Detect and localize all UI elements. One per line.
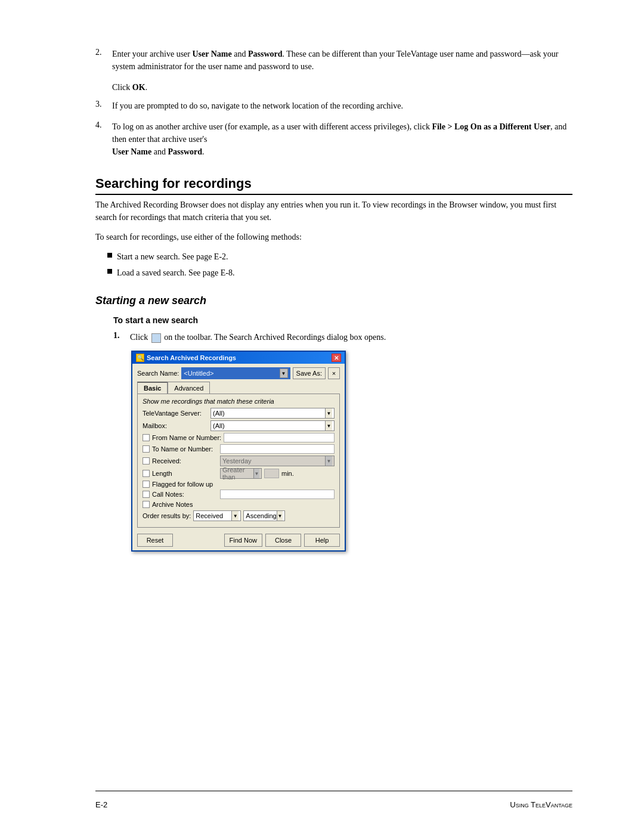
step-2-content: Enter your archive user User Name and Pa… <box>112 48 572 73</box>
bullet-text-2: Load a saved search. See page E-8. <box>117 267 234 279</box>
step-2-number: 2. <box>95 48 107 73</box>
step-4-and: and <box>151 147 168 156</box>
order-direction-arrow[interactable]: ▼ <box>277 511 283 521</box>
from-name-checkbox[interactable] <box>143 434 150 441</box>
flagged-row: Flagged for follow up <box>143 481 335 488</box>
toolbar-search-icon <box>151 333 161 343</box>
search-name-arrow[interactable]: ▼ <box>280 368 288 378</box>
received-value: Yesterday <box>222 457 252 465</box>
procedure-heading: To start a new search <box>113 315 572 325</box>
length-value: Greater than <box>222 466 253 481</box>
length-checkbox[interactable] <box>143 470 150 477</box>
bullet-text-1: Start a new search. See page E-2. <box>117 250 228 263</box>
dialog-wrapper: 🔍 Search Archived Recordings ✕ Search Na… <box>131 351 572 552</box>
step-2-bold-username: User Name <box>193 49 232 58</box>
bullet-icon-1 <box>107 253 112 258</box>
call-notes-checkbox[interactable] <box>143 491 150 498</box>
tab-row: Basic Advanced <box>137 382 340 394</box>
help-button[interactable]: Help <box>304 534 340 547</box>
bullet-list: Start a new search. See page E-2. Load a… <box>107 250 572 279</box>
archive-notes-row: Archive Notes <box>143 501 335 508</box>
dialog-title-left: 🔍 Search Archived Recordings <box>136 354 236 362</box>
body-para-2: To search for recordings, use either of … <box>95 231 572 243</box>
received-combo: Yesterday ▼ <box>220 456 335 466</box>
click-ok-text: Click <box>112 83 132 92</box>
dialog-buttons: Reset Find Now Close Help <box>132 531 345 550</box>
tab-basic[interactable]: Basic <box>137 382 168 394</box>
dialog-body: Search Name: <Untitled> ▼ Save As: × Bas… <box>132 364 345 531</box>
ok-period: . <box>145 83 148 92</box>
televantage-value: (All) <box>213 410 225 417</box>
reset-button[interactable]: Reset <box>137 534 173 547</box>
step-4-content: To log on as another archive user (for e… <box>112 120 572 158</box>
bullet-icon-2 <box>107 269 112 274</box>
call-notes-input[interactable] <box>220 490 335 499</box>
step-1-text-post: on the toolbar. The Search Archived Reco… <box>164 333 386 342</box>
length-row: Length Greater than ▼ min. <box>143 468 335 479</box>
mailbox-label: Mailbox: <box>143 422 208 429</box>
order-direction-combo[interactable]: Ascending ▼ <box>243 510 285 521</box>
search-name-value: <Untitled> <box>184 370 213 377</box>
from-name-input[interactable] <box>224 433 335 442</box>
subsection-heading: Starting a new search <box>95 295 572 307</box>
received-checkbox[interactable] <box>143 457 150 465</box>
received-arrow: ▼ <box>325 456 332 466</box>
to-name-label: To Name or Number: <box>152 445 218 453</box>
section-heading: Searching for recordings <box>95 176 572 195</box>
order-by-value: Received <box>196 512 223 519</box>
mailbox-row: Mailbox: (All) ▼ <box>143 420 335 431</box>
dialog-titlebar: 🔍 Search Archived Recordings ✕ <box>132 352 345 364</box>
search-name-combo[interactable]: <Untitled> ▼ <box>181 367 290 379</box>
save-as-button[interactable]: Save As: <box>293 367 326 379</box>
step-4-bold-password: Password <box>168 147 202 156</box>
step-3-content: If you are prompted to do so, navigate t… <box>112 100 572 112</box>
tab-advanced[interactable]: Advanced <box>168 382 210 394</box>
order-by-arrow[interactable]: ▼ <box>231 511 239 521</box>
search-name-row: Search Name: <Untitled> ▼ Save As: × <box>137 367 340 379</box>
dialog-title-text: Search Archived Recordings <box>147 354 236 361</box>
footer-product-name: Using TeleVantage <box>510 800 572 809</box>
televantage-combo[interactable]: (All) ▼ <box>210 408 335 419</box>
televantage-server-row: TeleVantage Server: (All) ▼ <box>143 408 335 419</box>
step-2-bold-password: Password <box>248 49 283 58</box>
step-4-period: . <box>202 147 205 156</box>
length-combo: Greater than ▼ <box>220 468 262 479</box>
body-para-1: The Archived Recording Browser does not … <box>95 199 572 224</box>
televantage-arrow[interactable]: ▼ <box>325 408 332 418</box>
step-4-text-pre: To log on as another archive user (for e… <box>112 122 432 131</box>
flagged-label: Flagged for follow up <box>152 481 218 488</box>
to-name-input[interactable] <box>220 444 335 454</box>
length-arrow: ▼ <box>253 469 259 478</box>
order-row: Order results by: Received ▼ Ascending ▼ <box>143 510 335 521</box>
order-label: Order results by: <box>143 512 191 519</box>
step-4-number: 4. <box>95 120 107 158</box>
mailbox-value: (All) <box>213 422 225 429</box>
click-ok-line: Click OK. <box>112 81 572 94</box>
length-label: Length <box>152 470 218 477</box>
tab-content-basic: Show me recordings that match these crit… <box>137 394 340 528</box>
step-2-text-pre: Enter your archive user <box>112 49 193 58</box>
received-row: Received: Yesterday ▼ <box>143 456 335 466</box>
close-button[interactable]: Close <box>265 534 301 547</box>
mailbox-combo[interactable]: (All) ▼ <box>210 420 335 431</box>
step-3-number: 3. <box>95 100 107 112</box>
clear-button[interactable]: × <box>328 367 340 379</box>
step-1: 1. Click on the toolbar. The Search Arch… <box>113 331 572 343</box>
footer-divider <box>95 791 572 791</box>
find-now-button[interactable]: Find Now <box>224 534 262 547</box>
archive-notes-label: Archive Notes <box>152 501 218 508</box>
call-notes-label: Call Notes: <box>152 491 218 498</box>
televantage-label: TeleVantage Server: <box>143 410 208 417</box>
step-1-text-pre: Click <box>130 333 150 342</box>
archive-notes-checkbox[interactable] <box>143 501 150 508</box>
flagged-checkbox[interactable] <box>143 481 150 488</box>
call-notes-row: Call Notes: <box>143 490 335 499</box>
bullet-item-2: Load a saved search. See page E-8. <box>107 267 572 279</box>
step-3: 3. If you are prompted to do so, navigat… <box>95 100 572 112</box>
dialog-close-button[interactable]: ✕ <box>332 354 341 362</box>
step-2: 2. Enter your archive user User Name and… <box>95 48 572 73</box>
order-by-combo[interactable]: Received ▼ <box>193 510 241 521</box>
to-name-checkbox[interactable] <box>143 445 150 453</box>
criteria-label: Show me recordings that match these crit… <box>143 398 335 405</box>
mailbox-arrow[interactable]: ▼ <box>325 421 332 431</box>
